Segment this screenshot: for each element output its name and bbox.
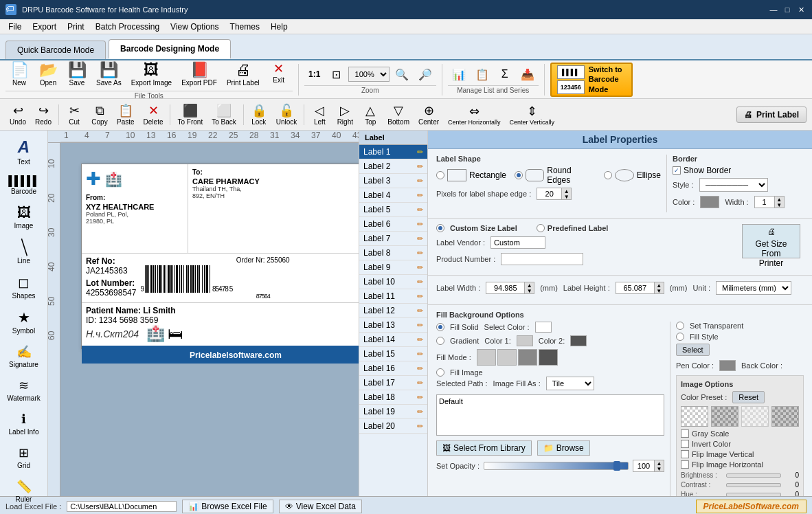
manage-btn4[interactable]: 📥 [517,65,539,84]
zoom-fit-button[interactable]: ⊡ [326,65,347,84]
fill-mode-1[interactable] [477,349,496,366]
shape-rect-option[interactable]: Rectangle [436,169,506,181]
gradient-color1-picker[interactable] [517,335,533,346]
height-down[interactable]: ▼ [654,288,664,293]
label-list-item-19[interactable]: Label 19 ✏ [359,405,427,419]
shape-round-radio[interactable] [515,171,523,179]
label-list-item-18[interactable]: Label 18 ✏ [359,390,427,405]
manage-btn2[interactable]: 📋 [471,65,493,84]
undo-button[interactable]: ↩Undo [5,101,30,128]
label-list-item-5[interactable]: Label 5 ✏ [359,203,427,217]
pen-color-picker[interactable] [719,360,736,371]
fill-solid-color-picker[interactable] [535,322,552,333]
sidebar-item-barcode[interactable]: ▌▌▌▌▌ Barcode [3,171,45,199]
label-list-item-20[interactable]: Label 20 ✏ [359,419,427,434]
save-as-button[interactable]: 💾 Save As [92,60,126,89]
height-input[interactable] [616,282,654,293]
shape-round-option[interactable]: Round Edges [515,166,596,185]
custom-size-radio[interactable] [436,224,444,232]
img-preset-1[interactable] [681,406,708,427]
shape-ellipse-radio[interactable] [604,171,612,179]
maximize-button[interactable]: □ [782,4,793,15]
switch-barcode-mode-button[interactable]: ▌▌▌▌ 123456 Switch toBarcodeMode [550,63,633,97]
save-button[interactable]: 💾 Save [63,60,91,89]
zoom-select[interactable]: 100%50%150%200% [348,67,390,82]
zoom-in-button[interactable]: 🔍 [391,65,413,84]
align-right-button[interactable]: ▷Right [332,101,357,128]
opacity-input[interactable] [633,460,654,471]
zoom-actual-button[interactable]: 1:1 [304,67,325,82]
label-list-item-1[interactable]: Label 1 ✏ [359,145,427,159]
label-list-item-3[interactable]: Label 3 ✏ [359,174,427,188]
select-from-library-button[interactable]: 🖼 Select From Library [436,440,532,456]
align-top-button[interactable]: △Top [358,101,383,128]
flip-horizontal-checkbox[interactable] [681,460,689,469]
browse-button[interactable]: 📁 Browse [537,440,590,456]
predefined-size-radio[interactable] [537,224,545,232]
shape-rect-radio[interactable] [436,171,444,179]
label-list-item-7[interactable]: Label 7 ✏ [359,232,427,246]
set-transparent-radio[interactable] [676,322,684,330]
tab-barcode-designing[interactable]: Barcode Designing Mode [109,39,231,59]
opacity-slider[interactable] [484,462,629,470]
to-front-button[interactable]: ⬛To Front [173,101,207,128]
label-list-item-9[interactable]: Label 9 ✏ [359,260,427,275]
copy-button[interactable]: ⧉Copy [87,102,112,128]
menu-help[interactable]: Help [265,21,293,33]
label-list-item-17[interactable]: Label 17 ✏ [359,376,427,390]
label-list-item-10[interactable]: Label 10 ✏ [359,275,427,289]
sidebar-item-shapes[interactable]: ◻ Shapes [3,270,45,304]
width-input[interactable] [486,282,524,293]
fill-style-select-button[interactable]: Select [676,344,710,356]
to-back-button[interactable]: ⬜To Back [207,101,240,128]
label-canvas[interactable]: ✚ 🏥 From: XYZ HEALTHCARE Poland PL, Pol,… [81,164,359,349]
label-list-item-4[interactable]: Label 4 ✏ [359,188,427,203]
delete-button[interactable]: ✕Delete [139,101,168,128]
label-list-item-15[interactable]: Label 15 ✏ [359,347,427,361]
excel-file-path-input[interactable] [67,501,177,512]
close-button[interactable]: ✕ [796,4,807,15]
hue-slider[interactable] [726,493,781,497]
brightness-slider[interactable] [726,473,781,478]
unlock-button[interactable]: 🔓Unlock [272,101,302,128]
pixels-down-arrow[interactable]: ▼ [561,194,571,199]
menu-file[interactable]: File [3,21,27,33]
label-list-item-2[interactable]: Label 2 ✏ [359,159,427,174]
unit-select[interactable]: Milimeters (mm) Inches (in) [716,281,791,295]
fill-path-textarea[interactable]: Default [436,394,664,436]
view-excel-button[interactable]: 👁 View Excel Data [279,500,362,513]
sidebar-item-image[interactable]: 🖼 Image [3,201,45,234]
flip-vertical-checkbox[interactable] [681,450,689,458]
open-button[interactable]: 📂 Open [34,60,62,89]
label-list-item-6[interactable]: Label 6 ✏ [359,217,427,232]
menu-export[interactable]: Export [27,21,62,33]
gradient-radio[interactable] [436,337,444,345]
fill-mode-3[interactable] [518,349,537,366]
paste-button[interactable]: 📋Paste [113,101,139,128]
label-list-item-14[interactable]: Label 14 ✏ [359,333,427,347]
sidebar-item-grid[interactable]: ⊞ Grid [3,441,45,473]
fill-image-radio[interactable] [436,368,444,377]
sidebar-item-watermark[interactable]: ≋ Watermark [3,374,45,406]
img-preset-2[interactable] [711,406,738,427]
sidebar-item-line[interactable]: ╱ Line [3,235,45,269]
fill-mode-2[interactable] [497,349,517,366]
align-bottom-button[interactable]: ▽Bottom [383,101,414,128]
new-button[interactable]: 📄 New [5,60,33,89]
pixels-input[interactable] [537,188,561,199]
get-size-printer-button[interactable]: 🖨 Get Size FromPrinter [742,224,800,258]
shape-ellipse-option[interactable]: Ellipse [604,169,661,181]
label-list-item-8[interactable]: Label 8 ✏ [359,246,427,260]
border-color-picker[interactable] [700,196,719,208]
label-list-item-11[interactable]: Label 11 ✏ [359,289,427,304]
border-width-input[interactable] [755,197,774,208]
sidebar-item-signature[interactable]: ✍ Signature [3,340,45,372]
label-list-item-13[interactable]: Label 13 ✏ [359,318,427,333]
fill-style-radio[interactable] [676,333,684,341]
menu-print[interactable]: Print [62,21,90,33]
reset-button[interactable]: Reset [732,391,765,403]
width-down[interactable]: ▼ [524,288,534,293]
product-input[interactable] [501,253,583,265]
tab-quick-barcode[interactable]: Quick Barcode Mode [5,41,106,59]
image-fill-select[interactable]: TileStretchCenter [546,377,594,390]
